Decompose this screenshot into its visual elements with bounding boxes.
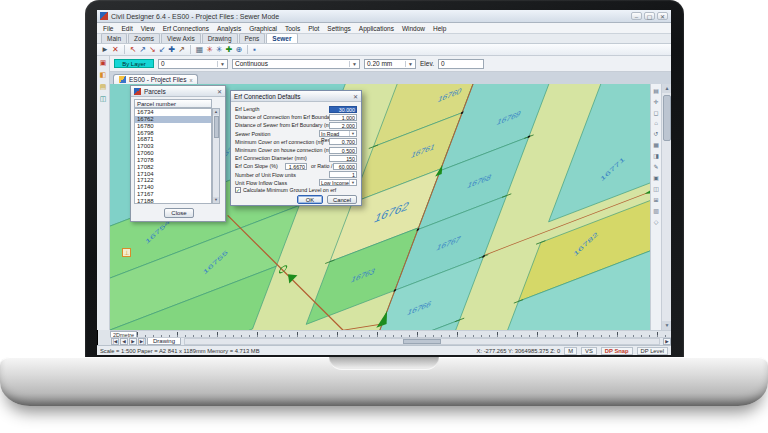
close-button[interactable]: ✕ xyxy=(657,12,668,20)
sewer-position-dropdown[interactable]: In Road Reserve▼ xyxy=(319,130,357,137)
menu-plot[interactable]: Plot xyxy=(308,25,319,32)
add-view-icon[interactable]: ⊞ xyxy=(653,196,658,203)
pens-yellow-icon[interactable]: ▤ xyxy=(99,82,108,91)
layers-panel-icon[interactable]: ▤ xyxy=(653,87,659,94)
list-item[interactable]: 17078 xyxy=(135,157,211,164)
scroll-down-icon[interactable]: ▼ xyxy=(213,197,219,203)
list-item[interactable]: 17060 xyxy=(135,150,211,157)
scroll-down-icon[interactable]: ▼ xyxy=(662,321,671,330)
hatch-icon[interactable]: ▥ xyxy=(653,207,659,214)
edit-icon[interactable]: ✎ xyxy=(653,163,658,170)
burst-red-icon[interactable]: ✳ xyxy=(206,45,213,54)
split-view-icon[interactable]: ◨ xyxy=(653,152,659,159)
min-cover-house-input[interactable]: 0.500 xyxy=(329,147,357,154)
pan-ne-icon[interactable]: ↗ xyxy=(139,45,146,54)
list-item[interactable]: 17122 xyxy=(135,177,211,184)
list-item[interactable]: 16871 xyxy=(135,136,211,143)
hscroll-thumb[interactable] xyxy=(403,339,441,344)
pan-nw-icon[interactable]: ↖ xyxy=(130,45,137,54)
grid-toggle-icon[interactable]: ▦ xyxy=(653,141,659,148)
menu-erf-connections[interactable]: Erf Connections xyxy=(163,25,209,32)
list-item[interactable]: 16734 xyxy=(135,109,211,116)
menu-tools[interactable]: Tools xyxy=(285,25,300,32)
palette-orange-icon[interactable]: ◧ xyxy=(99,70,108,79)
toggle-m[interactable]: M xyxy=(564,347,577,355)
pan-se-icon[interactable]: ↘ xyxy=(149,45,156,54)
scroll-up-icon[interactable]: ▲ xyxy=(213,109,219,115)
list-scroll-thumb[interactable] xyxy=(214,116,219,138)
menu-file[interactable]: File xyxy=(103,25,113,32)
menu-settings[interactable]: Settings xyxy=(327,25,351,32)
add-node-icon[interactable]: ✚ xyxy=(168,45,175,54)
select-box-icon[interactable]: ◻ xyxy=(654,109,659,116)
parcel-list[interactable]: 16734 16762 16780 16798 16871 17003 1706… xyxy=(134,108,212,204)
slope-percent-input[interactable]: 1.6670 xyxy=(285,163,307,170)
elev-input[interactable]: 0 xyxy=(438,59,484,69)
menu-view[interactable]: View xyxy=(141,25,155,32)
tab-view-axis[interactable]: View Axis xyxy=(161,33,201,43)
tab-sewer[interactable]: Sewer xyxy=(266,33,297,43)
display-icon[interactable]: ▪ xyxy=(253,45,256,54)
first-sheet-button[interactable]: |◀ xyxy=(111,338,119,345)
color-bylayer-button[interactable]: By Layer xyxy=(114,59,154,68)
next-sheet-button[interactable]: ▶ xyxy=(129,338,137,345)
diameter-input[interactable]: 150 xyxy=(329,155,357,162)
scroll-right-button[interactable]: ▶ xyxy=(663,338,671,345)
tab-main[interactable]: Main xyxy=(101,33,127,43)
linetype-combo[interactable]: Continuous▼ xyxy=(232,59,360,69)
cross-green-icon[interactable]: ✚ xyxy=(226,45,233,54)
parcel-number-header[interactable]: Parcel number xyxy=(134,99,212,108)
horizontal-scrollbar[interactable] xyxy=(184,338,660,345)
pan-sw-icon[interactable]: ↙ xyxy=(159,45,166,54)
lineweight-combo[interactable]: 0.20 mm▼ xyxy=(364,59,416,69)
layer-combo[interactable]: 0▼ xyxy=(158,59,228,69)
layers-red-icon[interactable]: ▣ xyxy=(99,58,108,67)
toggle-dp-level[interactable]: DP Level xyxy=(637,347,668,355)
inflow-class-dropdown[interactable]: Low Income▼ xyxy=(319,179,357,186)
undo-icon[interactable]: ↺ xyxy=(653,130,658,137)
snap-grid-icon[interactable]: ▣ xyxy=(653,174,659,181)
dist-sewer-input[interactable]: 2.000 xyxy=(329,122,357,129)
sheet-tab-drawing[interactable]: Drawing xyxy=(147,338,181,345)
tab-pens[interactable]: Pens xyxy=(239,33,266,43)
unit-flow-input[interactable]: 1 xyxy=(329,171,357,178)
list-item-selected[interactable]: 16762 xyxy=(135,116,211,123)
menu-window[interactable]: Window xyxy=(402,25,425,32)
select-tool-icon[interactable]: ► xyxy=(101,45,109,54)
ok-button[interactable]: OK xyxy=(297,195,323,204)
list-item[interactable]: 16780 xyxy=(135,123,211,130)
crosshair-icon[interactable]: ✛ xyxy=(653,98,658,105)
draw-line-icon[interactable]: ↗ xyxy=(178,45,185,54)
panes-icon[interactable]: ◫ xyxy=(653,185,659,192)
vscroll-thumb[interactable] xyxy=(663,95,671,141)
list-item[interactable]: 17003 xyxy=(135,143,211,150)
delete-tool-icon[interactable]: ✕ xyxy=(112,45,119,54)
list-item[interactable]: 16798 xyxy=(135,130,211,137)
burst-blue-icon[interactable]: ✳ xyxy=(216,45,223,54)
prev-sheet-button[interactable]: ◀ xyxy=(120,338,128,345)
slope-ratio-input[interactable]: 60.000 xyxy=(333,163,357,170)
panel-close-icon[interactable]: ✕ xyxy=(217,88,222,95)
last-sheet-button[interactable]: ▶| xyxy=(138,338,146,345)
toggle-dp-snap[interactable]: DP Snap xyxy=(601,347,633,355)
diamond-icon[interactable]: ◇ xyxy=(654,218,659,225)
dialog-close-icon[interactable]: ✕ xyxy=(353,93,358,100)
list-item[interactable]: 17104 xyxy=(135,171,211,178)
checkbox-check-icon[interactable]: ✓ xyxy=(235,187,241,193)
parcel-list-scrollbar[interactable]: ▲ ▼ xyxy=(212,108,220,204)
menu-edit[interactable]: Edit xyxy=(121,25,132,32)
list-item[interactable]: 17167 xyxy=(135,191,211,198)
list-item[interactable]: 17188 xyxy=(135,198,211,204)
dialog-titlebar[interactable]: Erf Connection Defaults ✕ xyxy=(231,91,361,102)
menu-graphical[interactable]: Graphical xyxy=(249,25,277,32)
tab-drawing[interactable]: Drawing xyxy=(202,33,238,43)
parcels-close-button[interactable]: Close xyxy=(164,208,194,218)
menu-applications[interactable]: Applications xyxy=(359,25,394,32)
vertical-scrollbar[interactable]: ▲ ▼ xyxy=(661,84,671,330)
menu-help[interactable]: Help xyxy=(433,25,446,32)
document-tab[interactable]: ES00 - Project Files x xyxy=(113,74,198,84)
snap-teal-icon[interactable]: ◫ xyxy=(99,94,108,103)
doc-close-icon[interactable]: x xyxy=(189,77,192,83)
calc-min-ground-checkbox[interactable]: ✓ Calculate Minimum Ground Level on erf xyxy=(235,187,336,193)
maximize-button[interactable]: ▢ xyxy=(644,12,655,20)
